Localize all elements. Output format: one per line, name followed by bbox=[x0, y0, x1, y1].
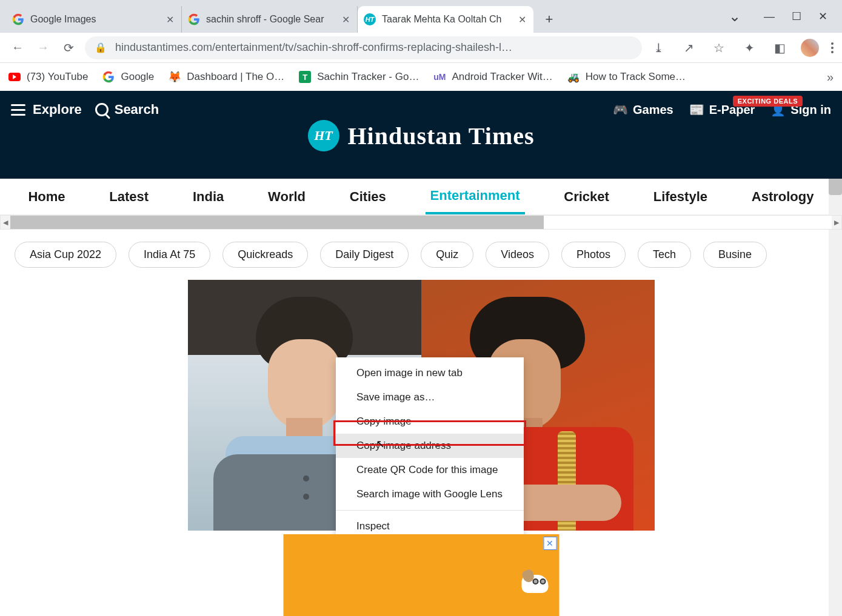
deals-badge[interactable]: EXCITING DEALS bbox=[733, 96, 803, 107]
tag-photos[interactable]: Photos bbox=[561, 242, 626, 268]
google-favicon bbox=[12, 13, 24, 25]
umobix-icon: uM bbox=[433, 71, 446, 83]
bookmarks-overflow-icon[interactable]: » bbox=[827, 70, 834, 84]
games-link[interactable]: 🎮 Games bbox=[613, 102, 673, 117]
close-window-icon[interactable]: ✕ bbox=[818, 10, 827, 23]
scroll-left-arrow[interactable]: ◀ bbox=[1, 216, 10, 229]
bookmark-label: Sachin Tracker - Go… bbox=[317, 71, 419, 83]
side-panel-icon[interactable]: ◧ bbox=[770, 39, 789, 57]
bookmark-label: How to Track Some… bbox=[586, 71, 686, 83]
tab-label: Taarak Mehta Ka Ooltah Ch bbox=[382, 14, 513, 25]
ctx-copy-image[interactable]: Copy image bbox=[336, 409, 524, 434]
ctx-create-qr[interactable]: Create QR Code for this image bbox=[336, 458, 524, 482]
close-icon[interactable]: ✕ bbox=[516, 14, 527, 25]
ctx-save-image-as[interactable]: Save image as… bbox=[336, 385, 524, 409]
youtube-icon bbox=[8, 73, 21, 81]
bookmark-dashboard[interactable]: 🦊 Dashboard | The O… bbox=[169, 71, 284, 83]
tab-sachin-search[interactable]: sachin shroff - Google Sear ✕ bbox=[182, 6, 358, 33]
tab-strip: Google Images ✕ sachin shroff - Google S… bbox=[6, 0, 533, 33]
horizontal-scrollbar[interactable]: ◀ ▶ bbox=[0, 215, 842, 230]
ht-favicon: HT bbox=[364, 13, 376, 25]
close-icon[interactable]: ✕ bbox=[340, 14, 351, 25]
explore-menu[interactable]: Explore bbox=[11, 102, 82, 118]
maximize-icon[interactable]: ☐ bbox=[792, 10, 801, 23]
scroll-thumb[interactable] bbox=[10, 216, 544, 229]
tag-daily-digest[interactable]: Daily Digest bbox=[320, 242, 409, 268]
ctx-copy-image-address[interactable]: Copy image address bbox=[336, 434, 524, 458]
browser-toolbar: ← → ⟳ 🔒 hindustantimes.com/entertainment… bbox=[0, 33, 842, 63]
nav-lifestyle[interactable]: Lifestyle bbox=[649, 180, 712, 213]
context-menu: Open image in new tab Save image as… Cop… bbox=[336, 357, 524, 542]
ctx-open-new-tab[interactable]: Open image in new tab bbox=[336, 361, 524, 385]
explore-label: Explore bbox=[33, 102, 82, 118]
toolbar-actions: ⤓ ↗ ☆ ✦ ◧ bbox=[649, 39, 834, 57]
tag-business[interactable]: Busine bbox=[703, 242, 767, 268]
star-icon[interactable]: ☆ bbox=[710, 39, 728, 57]
bookmark-android-tracker[interactable]: uM Android Tracker Wit… bbox=[433, 71, 552, 83]
tag-tech[interactable]: Tech bbox=[638, 242, 691, 268]
bookmark-label: Dashboard | The O… bbox=[187, 71, 284, 83]
ad-glasses-graphic bbox=[532, 578, 546, 585]
share-icon[interactable]: ↗ bbox=[680, 39, 698, 57]
search-icon bbox=[95, 103, 109, 116]
gamepad-icon: 🎮 bbox=[613, 102, 628, 117]
tracker-icon: 🚜 bbox=[567, 71, 580, 83]
games-label: Games bbox=[633, 103, 673, 117]
profile-avatar[interactable] bbox=[801, 39, 819, 57]
brand-logo[interactable]: HT Hindustan Times bbox=[307, 120, 534, 151]
nav-world[interactable]: World bbox=[263, 180, 310, 213]
site-header: EXCITING DEALS Explore Search 🎮 Games 📰 … bbox=[0, 91, 842, 179]
google-favicon bbox=[188, 13, 200, 25]
extensions-icon[interactable]: ✦ bbox=[740, 39, 758, 57]
bookmark-how-to-track[interactable]: 🚜 How to Track Some… bbox=[567, 71, 686, 83]
lock-icon: 🔒 bbox=[95, 42, 107, 53]
nav-astrology[interactable]: Astrology bbox=[747, 180, 819, 213]
bookmark-youtube[interactable]: (73) YouTube bbox=[8, 71, 88, 83]
scroll-track[interactable] bbox=[10, 216, 832, 229]
new-tab-button[interactable]: + bbox=[540, 10, 559, 29]
install-icon[interactable]: ⤓ bbox=[649, 39, 667, 57]
search-button[interactable]: Search bbox=[95, 102, 159, 118]
tab-google-images[interactable]: Google Images ✕ bbox=[6, 6, 182, 33]
tab-taarak-mehta[interactable]: HT Taarak Mehta Ka Ooltah Ch ✕ bbox=[358, 6, 533, 33]
tag-videos[interactable]: Videos bbox=[486, 242, 549, 268]
tab-label: Google Images bbox=[30, 14, 161, 25]
newspaper-icon: 📰 bbox=[689, 102, 704, 117]
search-label: Search bbox=[115, 102, 159, 118]
bookmark-sachin-tracker[interactable]: T Sachin Tracker - Go… bbox=[299, 71, 419, 83]
nav-india[interactable]: India bbox=[188, 180, 229, 213]
nav-cities[interactable]: Cities bbox=[345, 180, 391, 213]
scroll-right-arrow[interactable]: ▶ bbox=[832, 216, 841, 229]
forward-button[interactable]: → bbox=[34, 39, 52, 57]
nav-home[interactable]: Home bbox=[23, 180, 70, 213]
ad-close-icon[interactable]: ✕ bbox=[543, 537, 556, 550]
browser-titlebar: Google Images ✕ sachin shroff - Google S… bbox=[0, 0, 842, 33]
url-text: hindustantimes.com/entertainment/tv/sach… bbox=[115, 41, 512, 54]
nav-latest[interactable]: Latest bbox=[104, 180, 153, 213]
nav-entertainment[interactable]: Entertainment bbox=[426, 179, 525, 214]
fox-icon: 🦊 bbox=[169, 71, 181, 83]
close-icon[interactable]: ✕ bbox=[164, 14, 175, 25]
bottom-ad[interactable]: ✕ bbox=[283, 534, 559, 616]
tag-india-75[interactable]: India At 75 bbox=[129, 242, 210, 268]
reload-button[interactable]: ⟳ bbox=[59, 39, 78, 57]
ctx-search-google-lens[interactable]: Search image with Google Lens bbox=[336, 482, 524, 506]
brand-text: Hindustan Times bbox=[347, 122, 534, 150]
address-bar[interactable]: 🔒 hindustantimes.com/entertainment/tv/sa… bbox=[85, 36, 642, 59]
main-nav: Home Latest India World Cities Entertain… bbox=[0, 179, 842, 215]
minimize-icon[interactable]: — bbox=[764, 10, 775, 23]
bookmark-label: Android Tracker Wit… bbox=[452, 71, 552, 83]
hamburger-icon bbox=[11, 104, 25, 116]
nav-cricket[interactable]: Cricket bbox=[559, 180, 614, 213]
more-menu-icon[interactable] bbox=[831, 42, 834, 53]
topic-tags: Asia Cup 2022 India At 75 Quickreads Dai… bbox=[0, 230, 842, 280]
tag-asia-cup[interactable]: Asia Cup 2022 bbox=[15, 242, 116, 268]
chevron-down-icon[interactable]: ⌄ bbox=[729, 8, 741, 25]
brand-badge: HT bbox=[307, 120, 339, 151]
back-button[interactable]: ← bbox=[8, 39, 27, 57]
tag-quickreads[interactable]: Quickreads bbox=[222, 242, 308, 268]
bookmark-google[interactable]: Google bbox=[102, 71, 154, 83]
bookmark-label: Google bbox=[121, 71, 154, 83]
tag-quiz[interactable]: Quiz bbox=[421, 242, 473, 268]
window-controls: ⌄ — ☐ ✕ bbox=[729, 0, 842, 33]
